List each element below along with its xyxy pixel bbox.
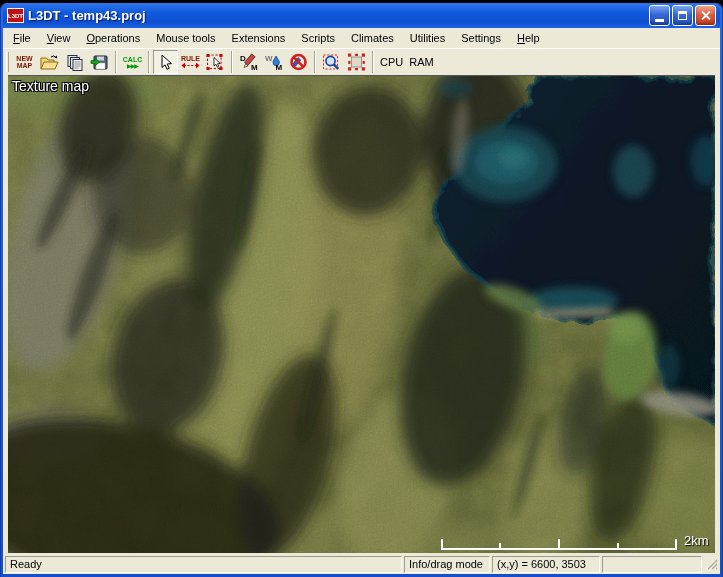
- scale-distance-label: 2km: [684, 533, 709, 548]
- open-project-button[interactable]: [37, 50, 62, 74]
- canvas-area: Texture map 2km: [3, 75, 720, 553]
- menu-utilities[interactable]: Utilities: [402, 29, 453, 48]
- crop-region-button[interactable]: [344, 50, 369, 74]
- design-map-pen-button[interactable]: D M: [236, 50, 261, 74]
- menu-mouse-tools[interactable]: Mouse tools: [148, 29, 223, 48]
- open-folder-icon: [40, 54, 59, 71]
- toolbar-separator: [148, 51, 150, 73]
- water-map-button[interactable]: W M: [261, 50, 286, 74]
- crop-marquee-icon: [347, 53, 366, 71]
- zoom-marquee-icon: [322, 53, 341, 71]
- svg-text:M: M: [251, 63, 258, 71]
- app-icon[interactable]: L3DT: [7, 8, 24, 23]
- window-title: L3DT - temp43.proj: [28, 8, 649, 23]
- close-icon: [700, 10, 711, 21]
- cursor-arrow-icon: [158, 54, 174, 71]
- map-scale-bar: [441, 538, 677, 550]
- toolbar-separator: [115, 51, 117, 73]
- status-message: Ready: [5, 556, 402, 573]
- calc-button[interactable]: CALC ▶▶▶: [120, 50, 145, 74]
- svg-text:M: M: [275, 63, 282, 71]
- status-cursor-coords: (x,y) = 6600, 3503: [492, 556, 600, 573]
- pointer-tool-button[interactable]: [153, 50, 178, 74]
- water-map-icon: W M: [264, 53, 284, 71]
- app-window: L3DT L3DT - temp43.proj File View Operat…: [0, 3, 723, 577]
- terrain-texture-map: [8, 76, 715, 553]
- toolbar-separator: [372, 51, 374, 73]
- toolbar-separator: [231, 51, 233, 73]
- client-area: File View Operations Mouse tools Extensi…: [3, 28, 720, 574]
- marquee-cursor-icon: [206, 53, 225, 71]
- menu-view[interactable]: View: [39, 29, 79, 48]
- texture-map-viewport[interactable]: Texture map 2km: [8, 75, 715, 553]
- ruler-arrow-icon: [181, 62, 200, 69]
- new-map-button[interactable]: NEW MAP: [12, 50, 37, 74]
- toolbar: NEW MAP: [3, 48, 720, 75]
- copy-pages-icon: [66, 54, 84, 71]
- minimize-icon: [655, 19, 664, 22]
- menu-settings[interactable]: Settings: [453, 29, 509, 48]
- svg-text:W: W: [265, 54, 273, 63]
- maximize-icon: [678, 11, 687, 20]
- copy-map-button[interactable]: [62, 50, 87, 74]
- layer-name-label: Texture map: [12, 78, 89, 94]
- menu-operations[interactable]: Operations: [78, 29, 148, 48]
- menu-climates[interactable]: Climates: [343, 29, 402, 48]
- zoom-region-button[interactable]: [319, 50, 344, 74]
- resize-grip[interactable]: [704, 556, 718, 573]
- ram-monitor-button[interactable]: RAM: [406, 52, 436, 72]
- status-bar: Ready Info/drag mode (x,y) = 6600, 3503: [3, 555, 720, 574]
- maximize-button[interactable]: [672, 5, 693, 26]
- menu-file[interactable]: File: [5, 29, 39, 48]
- toolbar-separator: [314, 51, 316, 73]
- save-map-button[interactable]: [87, 50, 112, 74]
- select-region-tool-button[interactable]: [203, 50, 228, 74]
- resize-grip-icon: [704, 556, 718, 572]
- status-spare-panel: [602, 556, 702, 573]
- ruler-tool-button[interactable]: RULE: [178, 50, 203, 74]
- save-floppy-icon: [90, 54, 109, 71]
- title-bar[interactable]: L3DT L3DT - temp43.proj: [3, 3, 720, 28]
- minimize-button[interactable]: [649, 5, 670, 26]
- no-entry-icon: [289, 53, 308, 71]
- disable-tool-button[interactable]: [286, 50, 311, 74]
- menu-bar: File View Operations Mouse tools Extensi…: [3, 28, 720, 48]
- menu-extensions[interactable]: Extensions: [224, 29, 294, 48]
- toolbar-grip[interactable]: [6, 52, 9, 72]
- design-map-pen-icon: D M: [239, 53, 259, 71]
- menu-scripts[interactable]: Scripts: [293, 29, 343, 48]
- status-mouse-mode: Info/drag mode: [404, 556, 490, 573]
- cpu-monitor-button[interactable]: CPU: [377, 52, 406, 72]
- menu-help[interactable]: Help: [509, 29, 548, 48]
- close-button[interactable]: [695, 5, 716, 26]
